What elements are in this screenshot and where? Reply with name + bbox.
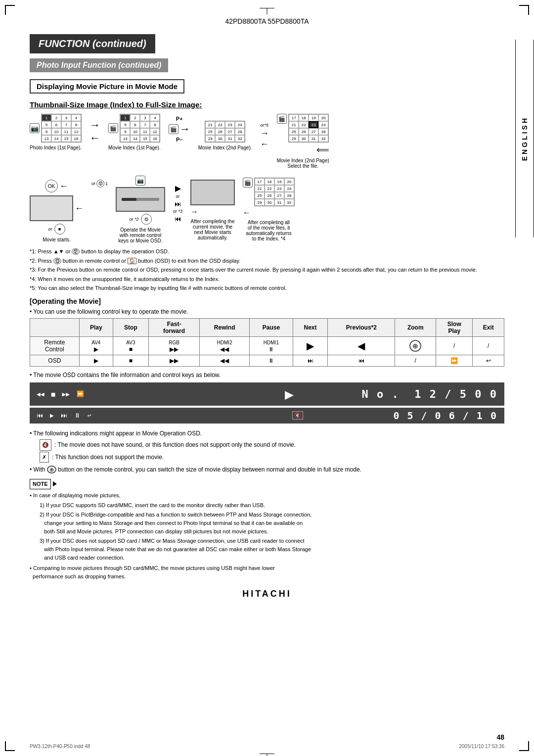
movie-index1-label: Movie Index (1st Page). [108, 145, 161, 150]
function-banner: FUNCTION (continued) [30, 34, 155, 53]
col-header-zoom: Zoom [395, 318, 436, 336]
osd-info-1: N o . 1 2 / 5 0 0 [311, 388, 497, 400]
movie-index2b-label: Movie Index (2nd Page)Select the file. [277, 158, 329, 169]
or3-label: or *3 [173, 209, 182, 214]
movie-index2a-unit: 21 22 23 24 25 26 27 28 29 30 31 32 Movi… [198, 114, 252, 150]
photo-index-label: Photo Index (1st Page). [30, 145, 82, 150]
arrow-left-5: ← [243, 208, 251, 217]
control-table: Play Stop Fast-forward Rewind Pause Next… [30, 318, 504, 367]
corner-mark-bl [5, 741, 15, 751]
osd-bar-2: ⏮ ▶ ⏭ ⏸ ↩ 🔇 0 5 / 0 6 / 1 0 [30, 408, 504, 424]
note-header: NOTE [30, 479, 504, 489]
or-label-1: or [48, 227, 52, 232]
center-bottom-mark [260, 751, 274, 751]
bullet-no-sound: 🔇 : The movie does not have sound, or th… [40, 439, 504, 451]
after-all-label: After completing allof the movie files, … [246, 220, 291, 241]
brand-footer: HITACHI [30, 589, 504, 599]
col-header-play: Play [79, 318, 113, 336]
remote-ff: RGB▶▶ [148, 336, 199, 355]
footnotes-section: *1: Press ▲▼ or ⑫ button to display the … [30, 247, 504, 292]
arrow-right-3: → [260, 128, 269, 139]
next-icon: ▶ [175, 184, 181, 193]
remote-exit: / [473, 336, 504, 355]
osd-ff: ▶▶ [148, 355, 199, 366]
photo-input-banner: Photo Input Function (continued) [30, 58, 168, 72]
osd-note: • The movie OSD contains the file inform… [30, 372, 504, 378]
operate-movie-unit: 📷 or *2 ⑬ Operate the Moviewith remote c… [116, 176, 165, 243]
arrow-left-select: ⟸ [316, 144, 329, 155]
osd-info-2: 0 5 / 0 6 / 1 0 [310, 410, 497, 422]
movie-icon-4: 🎬 [243, 178, 253, 188]
osd-slow: ⏩ [436, 355, 473, 366]
osd-exit: ↩ [473, 355, 504, 366]
osd-ctrl-ff: ▶▶ [62, 390, 70, 398]
note-section: NOTE • In case of displaying movie pictu… [30, 479, 504, 581]
camera-icon-2: 📷 [135, 176, 145, 186]
note-content: • In case of displaying movie pictures, … [30, 491, 504, 581]
bullet-not-supported: ✗ : This function does not support the m… [40, 452, 504, 463]
osd-stop: ■ [113, 355, 149, 366]
table-row-osd: OSD ▶ ■ ▶▶ ◀◀ ⏸ ⏭ ⏮ / ⏩ ↩ [30, 355, 504, 366]
osd-next: ⏭ [293, 355, 328, 366]
arrow-left-1: ← [89, 132, 100, 144]
note-arrow-icon [53, 481, 57, 486]
col-header-empty [30, 318, 80, 336]
note-item-3: 3) If your DSC does not support SD card … [40, 537, 504, 562]
or-label-2: or *2 [130, 217, 139, 222]
osd-ctrl-stop: ■ [51, 390, 55, 398]
osd-play: ▶ [79, 355, 113, 366]
circle-btn-2: ⑬ [141, 214, 152, 225]
movie-mode-banner: Displaying Movie Picture in Movie Mode [30, 79, 184, 94]
arrow-right-2: → [179, 123, 190, 136]
top-diagrams: 📷 1 2 3 4 5 6 7 8 9 10 11 12 13 14 15 [30, 114, 504, 169]
remote-next: ▶ [293, 336, 328, 355]
osd-prev: ⏮ [328, 355, 395, 366]
table-row-remote: RemoteControl AV4▶ AV3■ RGB▶▶ HDMI2◀◀ HD… [30, 336, 504, 355]
operate-movie-label: Operate the Moviewith remote controlkeys… [119, 227, 163, 243]
note-item-1: 1) If your DSC supports SD card/MMC, ins… [40, 501, 504, 510]
operating-movie-subtitle: • You can use the following control key … [30, 308, 504, 315]
page-plus: P+ [176, 116, 183, 122]
remote-prev: ◀ [328, 336, 395, 355]
osd-pause: ⏸ [250, 355, 293, 366]
row-label-osd: OSD [30, 355, 80, 366]
photo-index-unit: 📷 1 2 3 4 5 6 7 8 9 10 11 12 13 14 15 [30, 114, 82, 150]
footnote-1: *1: Press ▲▼ or ⑫ button to display the … [30, 247, 504, 256]
arrow-left-2: ← [260, 139, 269, 149]
col-header-exit: Exit [473, 318, 504, 336]
col-header-rewind: Rewind [200, 318, 250, 336]
prev-track-icon: ⏮ [175, 215, 181, 223]
operating-movie-title: [Operating the Movie] [30, 297, 504, 305]
footer-file: PW3-12th-P40-P50.indd 48 [30, 744, 90, 749]
arrow-left-3: ← [59, 181, 68, 191]
osd-ctrl-next: ⏭ [61, 412, 67, 419]
next-track-icon: ⏭ [175, 200, 181, 208]
col-header-ff: Fast-forward [148, 318, 199, 336]
footnote-2: *2: Press ⑬ button in remote control or … [30, 257, 504, 265]
remote-slow: / [436, 336, 473, 355]
circle-btn-1: ■ [54, 224, 65, 235]
corner-mark-tr [519, 5, 529, 15]
footnote-5: *5: You can also select the Thumbnail-Si… [30, 284, 504, 292]
remote-play: AV4▶ [79, 336, 113, 355]
side-label: ENGLISH [521, 116, 529, 161]
bullets-section: • The following indications might appear… [30, 428, 504, 475]
footer-date: 2005/11/10 17:53:36 [459, 744, 504, 749]
row-label-remote: RemoteControl [30, 336, 80, 355]
osd-bar-1: ◀◀ ■ ▶▶ ⏩ ▶ N o . 1 2 / 5 0 0 [30, 382, 504, 406]
corner-mark-tl [5, 5, 15, 15]
movie-index1-unit: 🎬 1 2 3 4 5 6 7 8 9 10 11 12 13 14 15 [108, 114, 161, 150]
osd-rewind: ◀◀ [200, 355, 250, 366]
note-item-4: • Comparing to movie pictures through SD… [30, 564, 504, 581]
osd-mute-icon: 🔇 [292, 411, 303, 420]
movie-icon-2: 🎬 [169, 124, 178, 134]
osd-ctrl-exit2: ↩ [88, 412, 91, 419]
corner-mark-br [519, 741, 529, 751]
thumbnail-section-title: Thumbnail-Size Image (Index) to Full-Siz… [30, 100, 504, 109]
bullet-zoom-switch: • With ⊕ button on the remote control, y… [30, 465, 504, 474]
remote-pause: HDMI1⏸ [250, 336, 293, 355]
or5-label: or*5 [260, 123, 268, 128]
col-header-pause: Pause [250, 318, 293, 336]
model-number: 42PD8800TA 55PD8800TA [30, 17, 504, 25]
osd-play-large: ▶ [285, 385, 294, 403]
